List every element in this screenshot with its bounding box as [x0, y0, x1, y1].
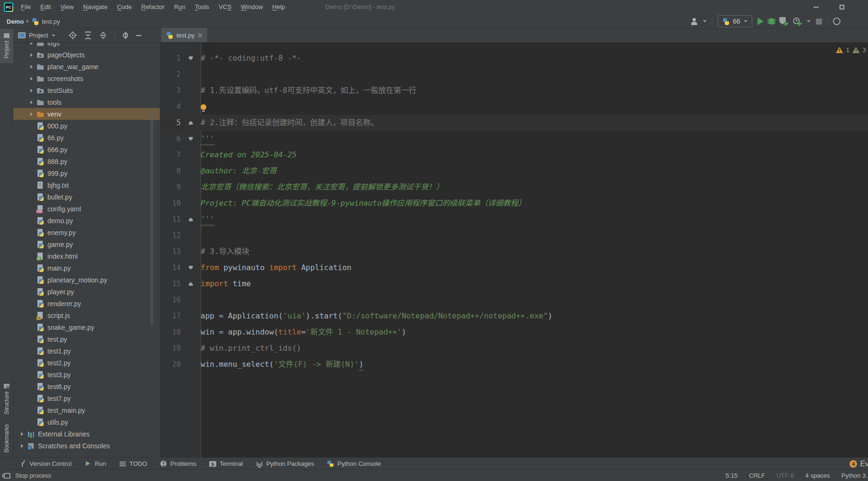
stop-button[interactable] [816, 18, 822, 25]
tool-window-tab-python-packages[interactable]: Python Packages [256, 460, 314, 467]
tool-window-tab-todo[interactable]: TODO [119, 460, 147, 467]
run-configuration-selector[interactable]: 66 [718, 15, 752, 27]
event-log-badge[interactable]: 4 [850, 460, 857, 468]
expand-all-icon[interactable] [84, 31, 92, 39]
menu-window[interactable]: Window [236, 0, 268, 14]
collapse-all-icon[interactable] [99, 31, 107, 39]
menu-vcs[interactable]: VCS [214, 0, 236, 14]
tree-item-66-py[interactable]: 66.py [13, 132, 160, 144]
tree-item-plane-war-game[interactable]: plane_war_game [13, 61, 160, 73]
tree-item-bjhg-txt[interactable]: bjhg.txt [13, 179, 160, 191]
menu-tools[interactable]: Tools [190, 0, 214, 14]
status-item-python-3-1[interactable]: Python 3.1 [841, 472, 868, 479]
tree-item-scratches-and-consoles[interactable]: Scratches and Consoles [13, 440, 160, 452]
tree-item-snake-game-py[interactable]: snake_game.py [13, 321, 160, 333]
tree-item-logs[interactable]: logs [13, 43, 160, 49]
chevron-right-icon[interactable] [28, 86, 36, 95]
minimize-button[interactable] [806, 0, 825, 14]
tree-item-888-py[interactable]: 888.py [13, 155, 160, 167]
tree-item-player-py[interactable]: player.py [13, 286, 160, 298]
chevron-right-icon[interactable] [28, 74, 36, 83]
stripe-tab-structure[interactable]: Structure [3, 379, 10, 419]
tree-item-test-py[interactable]: test.py [13, 333, 160, 345]
profiler-dropdown-icon[interactable] [807, 20, 811, 22]
tool-window-tab-terminal[interactable]: Terminal [209, 460, 243, 467]
tool-window-tab-problems[interactable]: Problems [160, 460, 196, 467]
close-tab-icon[interactable] [198, 33, 203, 37]
tree-item-pageobjects[interactable]: pageObjects [13, 49, 160, 61]
project-panel-title[interactable]: Project [29, 32, 48, 39]
tree-item-game-py[interactable]: game.py [13, 238, 160, 250]
chevron-right-icon[interactable] [18, 430, 27, 438]
status-item-utf-8[interactable]: UTF-8 [776, 472, 794, 479]
intention-bulb-icon[interactable] [201, 104, 206, 110]
status-item-5-15[interactable]: 5:15 [726, 472, 738, 479]
tree-item-index-html[interactable]: index.html [13, 250, 160, 262]
tree-item-test6-py[interactable]: test6.py [13, 381, 160, 392]
breadcrumb-file[interactable]: test.py [42, 18, 60, 25]
tree-item-external-libraries[interactable]: External Libraries [13, 428, 160, 440]
stripe-tab-bookmarks[interactable]: Bookmarks [3, 419, 10, 457]
tree-item-demo-py[interactable]: demo.py [13, 215, 160, 227]
chevron-right-icon[interactable] [28, 98, 36, 107]
tree-item-000-py[interactable]: 000.py [13, 120, 160, 132]
tree-scrollbar[interactable] [150, 109, 153, 325]
user-dropdown-icon[interactable] [703, 20, 707, 22]
fold-region-end-icon[interactable] [189, 282, 193, 286]
hide-panel-icon[interactable] [136, 35, 141, 36]
run-with-coverage-button[interactable] [779, 17, 788, 26]
menu-navigate[interactable]: Navigate [78, 0, 112, 14]
maximize-button[interactable] [832, 0, 851, 14]
fold-region-start-icon[interactable] [189, 56, 193, 60]
tree-item-renderer-py[interactable]: renderer.py [13, 298, 160, 309]
debug-button[interactable] [769, 18, 774, 25]
tree-item-main-py[interactable]: main.py [13, 262, 160, 274]
menu-help[interactable]: Help [268, 0, 290, 14]
select-opened-file-icon[interactable] [69, 31, 77, 39]
tree-item-test3-py[interactable]: test3.py [13, 369, 160, 381]
fold-region-start-icon[interactable] [189, 137, 193, 141]
tree-item-test2-py[interactable]: test2.py [13, 357, 160, 369]
tree-item-script-js[interactable]: script.js [13, 309, 160, 321]
breadcrumb-project[interactable]: Demo [7, 18, 24, 25]
tool-window-tab-version-control[interactable]: Version Control [19, 460, 72, 467]
menu-refactor[interactable]: Refactor [137, 0, 169, 14]
background-process-icon[interactable] [4, 473, 10, 479]
tree-item-666-py[interactable]: 666.py [13, 144, 160, 155]
tree-item-test7-py[interactable]: test7.py [13, 392, 160, 404]
tree-item-test-main-py[interactable]: test_main.py [13, 404, 160, 416]
search-everywhere-icon[interactable] [833, 18, 840, 25]
tree-item-bullet-py[interactable]: bullet.py [13, 191, 160, 203]
tree-item-screenshots[interactable]: screenshots [13, 73, 160, 84]
tree-item-config-yaml[interactable]: config.yaml [13, 203, 160, 215]
tree-item-planetary-motion-py[interactable]: planetary_motion.py [13, 274, 160, 286]
status-message[interactable]: Stop process [15, 472, 51, 479]
status-item-4-spaces[interactable]: 4 spaces [805, 472, 830, 479]
gear-icon[interactable] [122, 32, 129, 39]
menu-view[interactable]: View [55, 0, 78, 14]
tool-window-tab-python-console[interactable]: Python Console [327, 460, 381, 467]
menu-file[interactable]: File [16, 0, 36, 14]
tree-item-999-py[interactable]: 999.py [13, 167, 160, 179]
chevron-right-icon[interactable] [28, 63, 36, 71]
editor-tab-testpy[interactable]: test.py [161, 28, 207, 42]
fold-region-end-icon[interactable] [189, 121, 193, 125]
menu-code[interactable]: Code [112, 0, 137, 14]
tree-item-test1-py[interactable]: test1.py [13, 345, 160, 357]
status-item-crlf[interactable]: CRLF [749, 472, 765, 479]
chevron-right-icon[interactable] [28, 43, 36, 47]
chevron-right-icon[interactable] [28, 110, 36, 118]
tree-item-enemy-py[interactable]: enemy.py [13, 227, 160, 238]
menu-edit[interactable]: Edit [36, 0, 55, 14]
chevron-right-icon[interactable] [18, 442, 27, 450]
tree-item-venv[interactable]: venv [13, 108, 160, 120]
inspections-widget[interactable]: 1 3 [836, 46, 866, 54]
profiler-button[interactable] [793, 17, 802, 26]
project-view-dropdown-icon[interactable] [52, 35, 55, 36]
menu-run[interactable]: Run [169, 0, 190, 14]
event-log-label[interactable]: Ev [860, 460, 868, 468]
run-button[interactable] [757, 18, 764, 25]
tree-item-tools[interactable]: tools [13, 96, 160, 108]
code-area[interactable]: 1# -*- coding:utf-8 -*-23# 1.先设置编码，utf-8… [160, 43, 868, 457]
user-icon[interactable] [690, 18, 698, 25]
